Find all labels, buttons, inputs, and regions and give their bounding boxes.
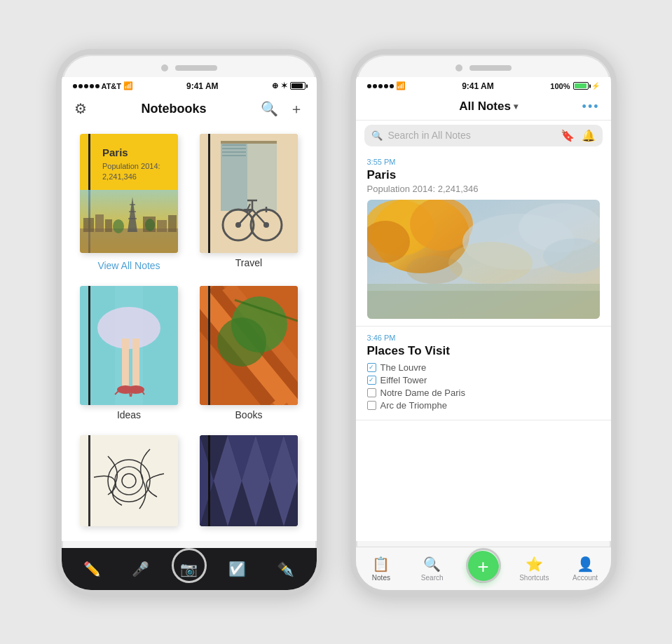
- phone-2-top: [356, 55, 611, 77]
- front-camera-2: [455, 64, 462, 71]
- add-icon-nav[interactable]: ＋: [289, 100, 303, 118]
- svg-rect-34: [243, 209, 253, 212]
- ideas-cover: [80, 286, 178, 405]
- svg-point-12: [113, 219, 124, 233]
- notebook-extra2[interactable]: [194, 435, 304, 531]
- settings-icon[interactable]: ⚙: [74, 100, 87, 117]
- compose-icon[interactable]: ✏️: [83, 561, 101, 577]
- location-icon: ⊕: [272, 81, 278, 90]
- signal-dot-2-3: [378, 84, 383, 88]
- svg-rect-39: [132, 338, 139, 388]
- svg-rect-38: [122, 338, 129, 388]
- notebook-books[interactable]: Books: [194, 286, 304, 425]
- notes-list: 3:55 PM Paris Population 2014: 2,241,346: [356, 151, 611, 541]
- all-notes-nav: All Notes ▾ •••: [356, 94, 611, 121]
- search-tab-icon: 🔍: [423, 556, 441, 573]
- all-notes-title-group[interactable]: All Notes ▾: [459, 100, 518, 114]
- signal-dot-1: [73, 84, 77, 88]
- tab-shortcuts[interactable]: ⭐ Shortcuts: [509, 556, 560, 582]
- checkbox-icon[interactable]: ☑️: [228, 561, 246, 577]
- svg-point-77: [448, 242, 533, 284]
- speaker-grille: [175, 65, 217, 71]
- phone-2-allnotes: 📶 9:41 AM 100% ⚡ All Notes ▾ •••: [350, 49, 617, 596]
- charging-icon: ⚡: [591, 82, 600, 90]
- svg-point-53: [217, 317, 266, 366]
- arc-label: Arc de Triomphe: [380, 400, 447, 411]
- svg-rect-17: [221, 141, 277, 144]
- svg-rect-11: [168, 215, 177, 232]
- svg-rect-55: [80, 435, 178, 526]
- signal-dot-2-2: [373, 84, 377, 88]
- svg-rect-10: [157, 220, 167, 232]
- bluetooth-icon: ✶: [281, 81, 287, 90]
- svg-point-78: [406, 256, 462, 284]
- signal-dot-2-1: [367, 84, 371, 88]
- checklist-item-eiffel[interactable]: Eiffel Tower: [367, 375, 600, 385]
- bookmark-icon[interactable]: 🔖: [561, 129, 575, 142]
- places-note-time: 3:46 PM: [367, 334, 600, 342]
- tab-search[interactable]: 🔍 Search: [406, 556, 458, 582]
- view-all-notes-link[interactable]: View All Notes: [97, 260, 160, 271]
- notebook-travel[interactable]: Travel: [194, 134, 304, 276]
- signal-dot-2-5: [390, 84, 394, 88]
- notebook-binding-travel: [208, 134, 210, 253]
- front-camera: [161, 64, 168, 71]
- mic-icon[interactable]: 🎤: [132, 561, 149, 577]
- phone-1-top: [62, 55, 317, 77]
- signal-dot-3: [84, 84, 88, 88]
- travel-cover: [200, 134, 298, 253]
- search-tab-label: Search: [421, 574, 444, 582]
- signal-dot-4: [90, 84, 94, 88]
- checklist-item-arc[interactable]: Arc de Triomphe: [367, 400, 600, 411]
- svg-rect-7: [129, 211, 136, 212]
- tab-notes[interactable]: 📋 Notes: [356, 556, 407, 582]
- home-button-2[interactable]: [466, 548, 501, 583]
- tab-account[interactable]: 👤 Account: [560, 556, 611, 582]
- svg-rect-8: [128, 218, 137, 219]
- search-placeholder: Search in All Notes: [388, 130, 555, 141]
- ideas-label: Ideas: [117, 409, 141, 420]
- checklist-item-louvre[interactable]: The Louvre: [367, 362, 600, 373]
- alarm-icon[interactable]: 🔔: [582, 129, 596, 142]
- all-notes-title-text: All Notes: [459, 100, 511, 114]
- notes-tab-label: Notes: [372, 574, 390, 582]
- paris-note-title: Paris: [367, 168, 600, 182]
- note-paris[interactable]: 3:55 PM Paris Population 2014: 2,241,346: [356, 151, 611, 327]
- nav-icons-group: 🔍 ＋: [261, 100, 303, 118]
- phone-1-screen: AT&T 📶 9:41 AM ⊕ ✶ ⚙ Notebooks 🔍: [62, 77, 317, 541]
- notebook-paris[interactable]: Paris Population 2014:2,241,346: [74, 134, 184, 276]
- battery-1: [290, 82, 306, 90]
- checkbox-louvre[interactable]: [367, 363, 376, 372]
- nav-title-notebooks: Notebooks: [141, 102, 206, 116]
- notebook-ideas[interactable]: Ideas: [74, 286, 184, 425]
- svg-rect-3: [95, 214, 104, 232]
- checkbox-arc[interactable]: [367, 401, 376, 410]
- notes-tab-icon: 📋: [372, 556, 390, 573]
- status-left-2: 📶: [367, 81, 406, 90]
- paris-notebook-subtitle: Population 2014:2,241,346: [102, 161, 171, 183]
- paris-note-time: 3:55 PM: [367, 158, 600, 166]
- books-cover: [200, 286, 298, 405]
- notredame-label: Notre Dame de Paris: [380, 388, 465, 398]
- pen-icon[interactable]: ✒️: [277, 561, 294, 577]
- battery-percent: 100%: [550, 82, 570, 90]
- search-icon-nav[interactable]: 🔍: [261, 100, 278, 117]
- more-menu-icon[interactable]: •••: [582, 100, 600, 114]
- svg-rect-20: [222, 151, 246, 153]
- nav-bar-notebooks: ⚙ Notebooks 🔍 ＋: [62, 94, 317, 124]
- status-bar-2: 📶 9:41 AM 100% ⚡: [356, 77, 611, 94]
- checklist-item-notredame[interactable]: Notre Dame de Paris: [367, 388, 600, 398]
- notebook-extra1[interactable]: [74, 435, 184, 531]
- checkbox-notredame[interactable]: [367, 388, 376, 397]
- chevron-down-icon: ▾: [514, 102, 518, 111]
- phones-container: AT&T 📶 9:41 AM ⊕ ✶ ⚙ Notebooks 🔍: [56, 49, 617, 596]
- account-tab-label: Account: [572, 574, 598, 582]
- note-places[interactable]: 3:46 PM Places To Visit The Louvre Eiffe…: [356, 327, 611, 420]
- places-note-title: Places To Visit: [367, 344, 600, 358]
- eiffel-label: Eiffel Tower: [380, 375, 427, 385]
- checkbox-eiffel[interactable]: [367, 376, 376, 385]
- signal-dots: [73, 84, 100, 88]
- home-button-1[interactable]: [172, 548, 207, 583]
- search-icon-bar: 🔍: [371, 130, 383, 141]
- signal-dots-2: [367, 84, 394, 88]
